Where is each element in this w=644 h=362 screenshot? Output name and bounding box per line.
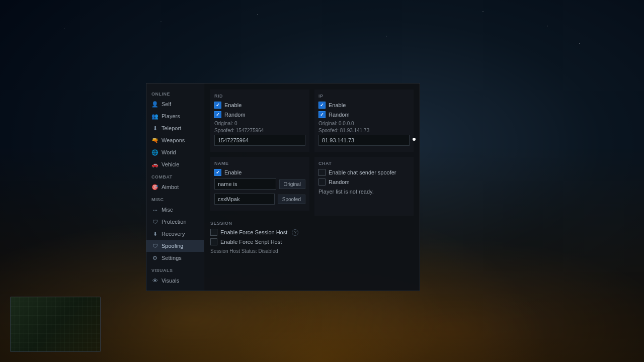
sidebar-item-recovery[interactable]: ⬇ Recovery — [146, 228, 204, 240]
sidebar-item-aimbot[interactable]: 🎯 Aimbot — [146, 181, 204, 193]
sidebar-category-online: Online — [146, 87, 204, 98]
sidebar: Online 👤 Self 👥 Players ⬇ Teleport 🔫 Wea… — [146, 83, 204, 291]
ip-enable-checkbox[interactable] — [318, 102, 326, 109]
name-enable-checkbox[interactable] — [214, 169, 221, 176]
sidebar-item-visuals[interactable]: 👁 Visuals — [146, 275, 204, 287]
rid-original-text: Original: 0 — [214, 121, 305, 126]
ip-spoofed-text: Spoofed: 81.93.141.73 — [318, 128, 410, 133]
rid-random-row: Random — [214, 111, 305, 118]
sidebar-label-players: Players — [162, 113, 180, 119]
sidebar-category-combat: Combat — [146, 170, 204, 181]
force-session-host-row: Enable Force Session Host ? — [210, 229, 414, 236]
chat-label: Chat — [318, 161, 410, 166]
chat-enable-row: Enable chat sender spoofer — [318, 169, 410, 176]
sidebar-item-misc[interactable]: ··· Misc — [146, 204, 204, 216]
name-panel: Name Enable Original Spoofed — [210, 157, 309, 211]
aimbot-icon: 🎯 — [151, 184, 158, 191]
sidebar-label-teleport: Teleport — [162, 125, 181, 131]
sidebar-item-weapons[interactable]: 🔫 Weapons — [146, 134, 204, 146]
ip-enable-label: Enable — [329, 102, 346, 108]
ip-random-checkbox[interactable] — [318, 111, 326, 118]
sidebar-item-world[interactable]: 🌐 World — [146, 146, 204, 158]
rid-random-label: Random — [224, 112, 246, 118]
ip-label: IP — [318, 94, 410, 99]
session-section: Session Enable Force Session Host ? Enab… — [210, 221, 414, 254]
sidebar-label-visuals: Visuals — [162, 278, 179, 284]
sidebar-label-protection: Protection — [162, 219, 187, 225]
session-host-help-icon[interactable]: ? — [292, 229, 298, 236]
sidebar-item-settings[interactable]: ⚙ Settings — [146, 252, 204, 264]
top-panels: RID Enable Random Original: 0 Spoofed: 1… — [210, 89, 414, 152]
misc-icon: ··· — [151, 206, 158, 213]
name-spoofed-button[interactable]: Spoofed — [278, 195, 305, 204]
players-icon: 👥 — [151, 113, 158, 120]
vehicle-icon: 🚗 — [151, 161, 158, 168]
world-icon: 🌐 — [151, 149, 158, 156]
name-label: Name — [214, 161, 305, 166]
bottom-panels: Name Enable Original Spoofed Chat — [210, 157, 414, 216]
rid-enable-checkbox[interactable] — [214, 102, 221, 109]
ip-random-label: Random — [329, 112, 350, 118]
chat-enable-checkbox[interactable] — [318, 169, 326, 176]
chat-enable-label: Enable chat sender spoofer — [329, 169, 396, 175]
rid-panel: RID Enable Random Original: 0 Spoofed: 1… — [210, 89, 309, 152]
sidebar-item-vehicle[interactable]: 🚗 Vehicle — [146, 158, 204, 170]
chat-random-row: Random — [318, 178, 410, 186]
ip-random-row: Random — [318, 111, 410, 118]
name-original-row: Original — [214, 178, 305, 190]
ip-enable-row: Enable — [318, 102, 410, 109]
force-script-host-label: Enable Force Script Host — [220, 239, 282, 245]
sidebar-item-teleport[interactable]: ⬇ Teleport — [146, 122, 204, 134]
spoofing-icon: 🛡 — [151, 242, 158, 249]
rid-enable-row: Enable — [214, 102, 305, 109]
sidebar-item-self[interactable]: 👤 Self — [146, 98, 204, 110]
sidebar-item-protection[interactable]: 🛡 Protection — [146, 216, 204, 228]
sidebar-label-misc: Misc — [162, 207, 173, 213]
sidebar-label-aimbot: Aimbot — [162, 184, 179, 190]
session-host-status: Session Host Status: Disabled — [210, 248, 414, 254]
sidebar-label-vehicle: Vehicle — [162, 161, 179, 167]
rid-input[interactable] — [214, 135, 305, 146]
force-script-host-checkbox[interactable] — [210, 238, 217, 245]
force-script-host-row: Enable Force Script Host — [210, 238, 414, 245]
self-icon: 👤 — [151, 101, 158, 108]
name-original-input[interactable] — [214, 178, 276, 190]
sidebar-label-recovery: Recovery — [162, 231, 185, 237]
rid-random-checkbox[interactable] — [214, 111, 221, 118]
sidebar-item-spoofing[interactable]: 🛡 Spoofing — [146, 240, 204, 252]
sidebar-label-weapons: Weapons — [162, 137, 185, 143]
name-spoofed-row: Spoofed — [214, 194, 305, 205]
name-spoofed-input[interactable] — [214, 194, 275, 205]
settings-icon: ⚙ — [151, 254, 158, 261]
ip-panel: IP Enable Random Original: 0.0.0.0 Spoof… — [314, 89, 414, 152]
sidebar-label-self: Self — [162, 101, 171, 107]
chat-random-checkbox[interactable] — [318, 178, 326, 186]
visuals-icon: 👁 — [151, 277, 158, 284]
sidebar-category-misc: Misc — [146, 193, 204, 204]
name-enable-row: Enable — [214, 169, 305, 176]
force-session-host-checkbox[interactable] — [210, 229, 217, 236]
player-list-text: Player list is not ready. — [318, 189, 410, 195]
session-label: Session — [210, 221, 414, 226]
name-enable-label: Enable — [224, 169, 242, 175]
weapons-icon: 🔫 — [151, 137, 158, 144]
ip-original-text: Original: 0.0.0.0 — [318, 121, 410, 126]
ip-input[interactable] — [318, 135, 410, 146]
sidebar-category-visuals: Visuals — [146, 264, 204, 275]
sidebar-label-settings: Settings — [162, 255, 182, 261]
sidebar-label-spoofing: Spoofing — [162, 243, 183, 249]
sidebar-item-players[interactable]: 👥 Players — [146, 110, 204, 122]
chat-panel: Chat Enable chat sender spoofer Random P… — [314, 157, 414, 216]
main-content: RID Enable Random Original: 0 Spoofed: 1… — [204, 83, 420, 291]
rid-spoofed-text: Spoofed: 1547275964 — [214, 128, 305, 133]
rid-enable-label: Enable — [224, 102, 242, 108]
chat-random-label: Random — [329, 179, 350, 185]
name-original-button[interactable]: Original — [279, 179, 305, 189]
minimap — [10, 297, 101, 352]
recovery-icon: ⬇ — [151, 230, 158, 237]
sidebar-label-world: World — [162, 149, 176, 155]
menu-overlay: Online 👤 Self 👥 Players ⬇ Teleport 🔫 Wea… — [146, 83, 420, 291]
rid-label: RID — [214, 94, 305, 99]
protection-icon: 🛡 — [151, 218, 158, 225]
minimap-map — [11, 297, 100, 351]
